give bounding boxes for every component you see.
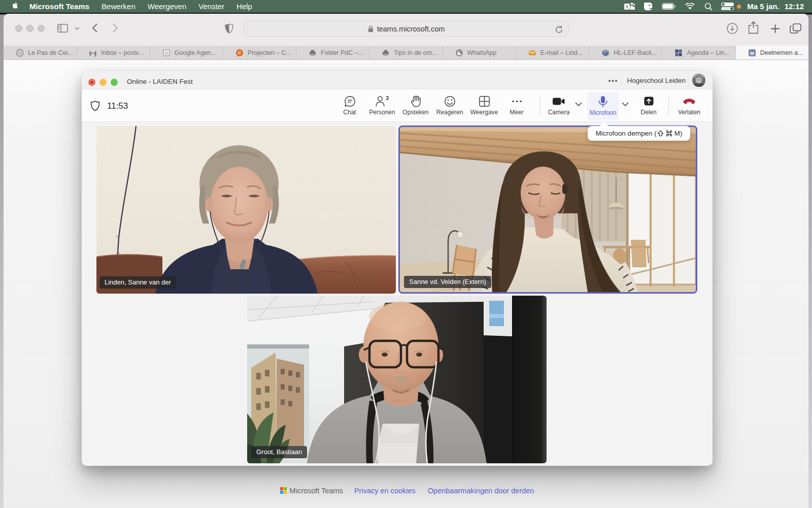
svg-text:3: 3 (386, 96, 389, 101)
svg-text:PC: PC (18, 51, 22, 54)
svg-text:M: M (750, 50, 754, 55)
svg-text:1: 1 (95, 53, 97, 57)
svg-text:31: 31 (164, 51, 168, 55)
svg-text:C: C (238, 50, 242, 55)
svg-text:T: T (626, 5, 629, 10)
